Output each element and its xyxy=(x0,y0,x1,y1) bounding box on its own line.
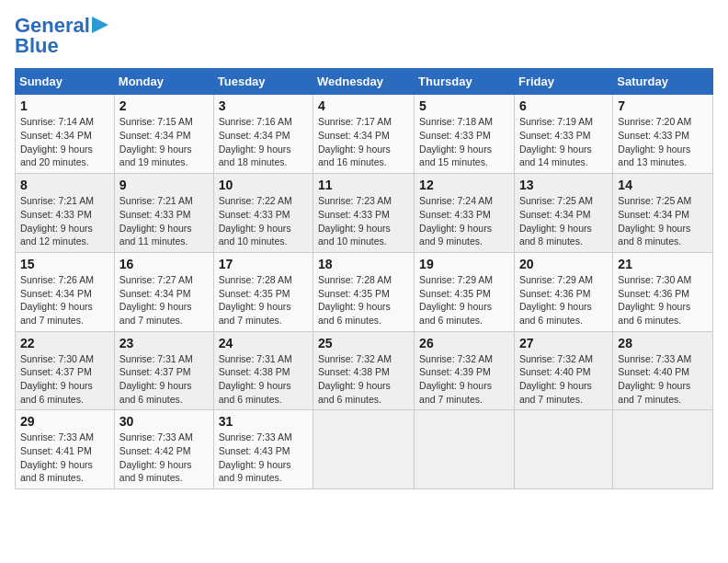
day-header-friday: Friday xyxy=(514,69,612,95)
day-info: Sunrise: 7:15 AMSunset: 4:34 PMDaylight:… xyxy=(119,116,193,167)
logo: General Blue xyxy=(15,15,112,57)
day-info: Sunrise: 7:33 AMSunset: 4:42 PMDaylight:… xyxy=(119,431,193,483)
day-header-thursday: Thursday xyxy=(415,69,515,95)
calendar-cell xyxy=(514,410,612,489)
calendar-cell: 2 Sunrise: 7:15 AMSunset: 4:34 PMDayligh… xyxy=(114,95,213,174)
day-info: Sunrise: 7:25 AMSunset: 4:34 PMDaylight:… xyxy=(519,195,593,247)
calendar-cell: 11 Sunrise: 7:23 AMSunset: 4:33 PMDaylig… xyxy=(313,174,415,253)
calendar-table: SundayMondayTuesdayWednesdayThursdayFrid… xyxy=(15,68,713,489)
day-number: 24 xyxy=(219,336,308,350)
day-header-wednesday: Wednesday xyxy=(313,69,415,95)
day-number: 17 xyxy=(219,257,308,271)
day-number: 31 xyxy=(219,414,308,429)
calendar-cell: 7 Sunrise: 7:20 AMSunset: 4:33 PMDayligh… xyxy=(613,95,713,174)
calendar-cell: 20 Sunrise: 7:29 AMSunset: 4:36 PMDaylig… xyxy=(514,252,612,331)
calendar-cell: 28 Sunrise: 7:33 AMSunset: 4:40 PMDaylig… xyxy=(613,331,713,410)
calendar-cell: 10 Sunrise: 7:22 AMSunset: 4:33 PMDaylig… xyxy=(213,174,313,253)
calendar-cell: 9 Sunrise: 7:21 AMSunset: 4:33 PMDayligh… xyxy=(114,174,213,253)
calendar-cell: 29 Sunrise: 7:33 AMSunset: 4:41 PMDaylig… xyxy=(16,410,115,489)
calendar-cell: 14 Sunrise: 7:25 AMSunset: 4:34 PMDaylig… xyxy=(613,174,713,253)
day-header-sunday: Sunday xyxy=(16,69,115,95)
day-info: Sunrise: 7:14 AMSunset: 4:34 PMDaylight:… xyxy=(20,116,94,167)
day-number: 14 xyxy=(618,178,708,192)
day-info: Sunrise: 7:19 AMSunset: 4:33 PMDaylight:… xyxy=(519,116,593,167)
day-info: Sunrise: 7:31 AMSunset: 4:38 PMDaylight:… xyxy=(219,353,292,405)
day-number: 1 xyxy=(20,98,109,113)
day-info: Sunrise: 7:26 AMSunset: 4:34 PMDaylight:… xyxy=(20,274,94,326)
calendar-cell: 21 Sunrise: 7:30 AMSunset: 4:36 PMDaylig… xyxy=(613,252,713,331)
calendar-cell: 1 Sunrise: 7:14 AMSunset: 4:34 PMDayligh… xyxy=(16,95,115,174)
day-number: 26 xyxy=(419,336,509,350)
svg-marker-0 xyxy=(92,17,108,33)
day-header-saturday: Saturday xyxy=(613,69,713,95)
calendar-cell: 27 Sunrise: 7:32 AMSunset: 4:40 PMDaylig… xyxy=(514,331,612,410)
calendar-cell: 17 Sunrise: 7:28 AMSunset: 4:35 PMDaylig… xyxy=(213,252,313,331)
day-info: Sunrise: 7:28 AMSunset: 4:35 PMDaylight:… xyxy=(219,274,292,326)
calendar-week-row: 8 Sunrise: 7:21 AMSunset: 4:33 PMDayligh… xyxy=(16,174,713,253)
calendar-cell: 31 Sunrise: 7:33 AMSunset: 4:43 PMDaylig… xyxy=(213,410,313,489)
day-info: Sunrise: 7:24 AMSunset: 4:33 PMDaylight:… xyxy=(419,195,493,247)
day-number: 23 xyxy=(119,336,209,350)
calendar-cell: 8 Sunrise: 7:21 AMSunset: 4:33 PMDayligh… xyxy=(16,174,115,253)
day-info: Sunrise: 7:32 AMSunset: 4:40 PMDaylight:… xyxy=(519,353,593,405)
day-info: Sunrise: 7:22 AMSunset: 4:33 PMDaylight:… xyxy=(219,195,292,247)
day-number: 5 xyxy=(419,98,509,113)
calendar-cell xyxy=(415,410,515,489)
calendar-cell: 23 Sunrise: 7:31 AMSunset: 4:37 PMDaylig… xyxy=(114,331,213,410)
day-number: 10 xyxy=(219,178,308,192)
calendar-cell: 4 Sunrise: 7:17 AMSunset: 4:34 PMDayligh… xyxy=(313,95,415,174)
day-number: 20 xyxy=(519,257,608,271)
day-number: 7 xyxy=(618,98,708,113)
day-number: 16 xyxy=(119,257,209,271)
day-number: 8 xyxy=(20,178,109,192)
calendar-week-row: 22 Sunrise: 7:30 AMSunset: 4:37 PMDaylig… xyxy=(16,331,713,410)
calendar-cell: 19 Sunrise: 7:29 AMSunset: 4:35 PMDaylig… xyxy=(415,252,515,331)
day-info: Sunrise: 7:33 AMSunset: 4:43 PMDaylight:… xyxy=(219,431,292,483)
day-info: Sunrise: 7:20 AMSunset: 4:33 PMDaylight:… xyxy=(618,116,691,167)
day-info: Sunrise: 7:30 AMSunset: 4:36 PMDaylight:… xyxy=(618,274,691,326)
day-number: 22 xyxy=(20,336,109,350)
day-number: 11 xyxy=(318,178,409,192)
day-number: 6 xyxy=(519,98,608,113)
calendar-cell xyxy=(313,410,415,489)
day-number: 3 xyxy=(219,98,308,113)
day-info: Sunrise: 7:32 AMSunset: 4:39 PMDaylight:… xyxy=(419,353,493,405)
calendar-cell: 6 Sunrise: 7:19 AMSunset: 4:33 PMDayligh… xyxy=(514,95,612,174)
day-number: 29 xyxy=(20,414,109,429)
calendar-cell: 25 Sunrise: 7:32 AMSunset: 4:38 PMDaylig… xyxy=(313,331,415,410)
day-number: 15 xyxy=(20,257,109,271)
calendar-cell: 3 Sunrise: 7:16 AMSunset: 4:34 PMDayligh… xyxy=(213,95,313,174)
calendar-cell: 30 Sunrise: 7:33 AMSunset: 4:42 PMDaylig… xyxy=(114,410,213,489)
day-header-monday: Monday xyxy=(114,69,213,95)
calendar-cell: 18 Sunrise: 7:28 AMSunset: 4:35 PMDaylig… xyxy=(313,252,415,331)
logo-blue-text: Blue xyxy=(15,35,59,57)
day-number: 12 xyxy=(419,178,509,192)
calendar-week-row: 15 Sunrise: 7:26 AMSunset: 4:34 PMDaylig… xyxy=(16,252,713,331)
day-number: 25 xyxy=(318,336,409,350)
day-info: Sunrise: 7:28 AMSunset: 4:35 PMDaylight:… xyxy=(318,274,392,326)
calendar-cell: 16 Sunrise: 7:27 AMSunset: 4:34 PMDaylig… xyxy=(114,252,213,331)
day-number: 18 xyxy=(318,257,409,271)
calendar-cell xyxy=(613,410,713,489)
calendar-cell: 26 Sunrise: 7:32 AMSunset: 4:39 PMDaylig… xyxy=(415,331,515,410)
day-info: Sunrise: 7:21 AMSunset: 4:33 PMDaylight:… xyxy=(20,195,94,247)
calendar-body: 1 Sunrise: 7:14 AMSunset: 4:34 PMDayligh… xyxy=(16,95,713,489)
calendar-week-row: 1 Sunrise: 7:14 AMSunset: 4:34 PMDayligh… xyxy=(16,95,713,174)
calendar-header-row: SundayMondayTuesdayWednesdayThursdayFrid… xyxy=(16,69,713,95)
day-info: Sunrise: 7:31 AMSunset: 4:37 PMDaylight:… xyxy=(119,353,193,405)
calendar-cell: 12 Sunrise: 7:24 AMSunset: 4:33 PMDaylig… xyxy=(415,174,515,253)
day-info: Sunrise: 7:21 AMSunset: 4:33 PMDaylight:… xyxy=(119,195,193,247)
day-info: Sunrise: 7:25 AMSunset: 4:34 PMDaylight:… xyxy=(618,195,691,247)
day-info: Sunrise: 7:17 AMSunset: 4:34 PMDaylight:… xyxy=(318,116,392,167)
day-info: Sunrise: 7:16 AMSunset: 4:34 PMDaylight:… xyxy=(219,116,292,167)
day-number: 21 xyxy=(618,257,708,271)
day-number: 19 xyxy=(419,257,509,271)
day-number: 9 xyxy=(119,178,209,192)
day-info: Sunrise: 7:29 AMSunset: 4:35 PMDaylight:… xyxy=(419,274,493,326)
day-info: Sunrise: 7:27 AMSunset: 4:34 PMDaylight:… xyxy=(119,274,193,326)
calendar-week-row: 29 Sunrise: 7:33 AMSunset: 4:41 PMDaylig… xyxy=(16,410,713,489)
day-number: 2 xyxy=(119,98,209,113)
day-info: Sunrise: 7:18 AMSunset: 4:33 PMDaylight:… xyxy=(419,116,493,167)
day-info: Sunrise: 7:33 AMSunset: 4:41 PMDaylight:… xyxy=(20,431,94,483)
day-info: Sunrise: 7:30 AMSunset: 4:37 PMDaylight:… xyxy=(20,353,94,405)
